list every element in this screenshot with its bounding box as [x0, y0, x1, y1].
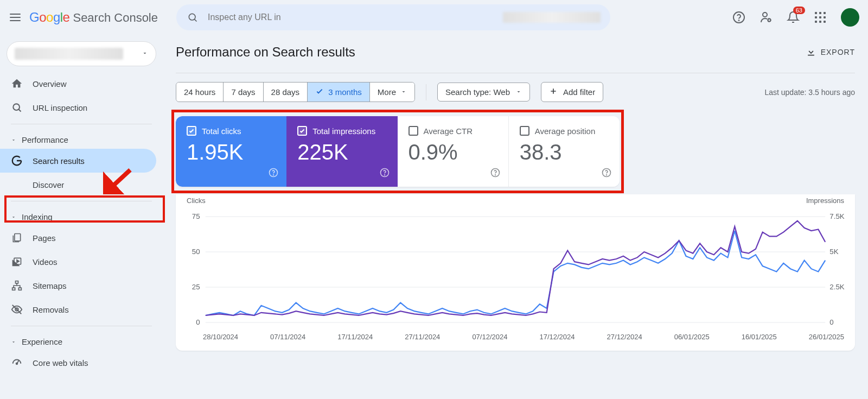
svg-text:75: 75 [192, 212, 200, 220]
nav-label: Search results [33, 156, 85, 166]
redacted-property-in-search [503, 12, 601, 23]
videos-icon [11, 256, 23, 267]
metric-label: Average CTR [424, 126, 473, 136]
svg-text:0: 0 [829, 318, 833, 326]
svg-point-12 [16, 363, 18, 364]
nav-label: Core web vitals [33, 358, 88, 368]
nav-section-label: Experience [22, 337, 62, 346]
nav-section-experience[interactable]: Experience [0, 331, 163, 351]
home-icon [11, 78, 23, 90]
svg-rect-6 [15, 234, 21, 241]
performance-chart[interactable]: Clicks Impressions 75 50 25 0 7.5K 5K [176, 194, 855, 351]
g-icon [11, 155, 23, 167]
nav-removals[interactable]: Removals [0, 297, 156, 321]
sitemap-icon [11, 280, 23, 291]
pages-icon [11, 232, 23, 243]
date-tick: 17/11/2024 [337, 333, 373, 341]
export-button[interactable]: EXPORT [806, 46, 855, 59]
nav-overview[interactable]: Overview [0, 72, 156, 96]
chevron-down-icon [11, 212, 16, 221]
last-update-text: Last update: 3.5 hours ago [764, 88, 855, 97]
metric-card-impressions[interactable]: Total impressions 225K [286, 116, 397, 187]
range-7d[interactable]: 7 days [224, 83, 263, 102]
checkbox-checked-icon [297, 126, 307, 136]
nav-label: Pages [33, 233, 56, 243]
add-filter-label: Add filter [563, 87, 595, 97]
user-settings-icon[interactable] [760, 11, 773, 24]
svg-point-3 [763, 12, 767, 17]
search-type-label: Search type: Web [445, 87, 510, 97]
add-filter-button[interactable]: Add filter [541, 82, 603, 102]
svg-rect-8 [16, 281, 18, 283]
help-icon[interactable] [379, 167, 390, 180]
nav-pages[interactable]: Pages [0, 226, 156, 250]
nav-sitemaps[interactable]: Sitemaps [0, 274, 156, 297]
nav-discover[interactable]: Discover [0, 173, 156, 197]
chevron-down-icon [142, 49, 148, 59]
date-tick: 26/01/2025 [809, 333, 844, 341]
chart-left-header: Clicks [187, 197, 206, 205]
nav-search-results[interactable]: Search results [0, 149, 156, 173]
url-inspect-searchbox[interactable] [176, 4, 610, 30]
range-24h[interactable]: 24 hours [176, 83, 224, 102]
notification-badge: 63 [793, 7, 805, 14]
metric-card-position[interactable]: Average position 38.3 [509, 116, 620, 187]
search-type-filter[interactable]: Search type: Web [437, 83, 530, 102]
svg-point-4 [768, 19, 771, 22]
help-icon[interactable] [268, 167, 279, 180]
svg-point-5 [13, 104, 20, 110]
nav-label: Sitemaps [33, 281, 67, 290]
url-inspect-input[interactable] [208, 12, 494, 22]
date-tick: 07/11/2024 [270, 333, 305, 341]
account-avatar[interactable] [841, 8, 859, 27]
metric-card-ctr[interactable]: Average CTR 0.9% [398, 116, 509, 187]
chevron-down-icon [11, 135, 16, 144]
toolbar-separator [426, 84, 426, 100]
hamburger-menu[interactable] [9, 11, 22, 24]
chart-svg: 75 50 25 0 7.5K 5K 2.5K 0 [183, 206, 847, 331]
range-28d[interactable]: 28 days [264, 83, 308, 102]
nav-label: URL inspection [33, 103, 87, 112]
help-icon[interactable] [732, 11, 745, 24]
svg-rect-9 [12, 288, 15, 290]
svg-text:25: 25 [192, 283, 200, 291]
checkbox-checked-icon [187, 126, 196, 136]
property-selector[interactable] [7, 41, 156, 66]
nav-section-label: Performance [22, 135, 68, 144]
metric-card-clicks[interactable]: Total clicks 1.95K [176, 116, 286, 187]
metric-label: Total impressions [312, 126, 375, 136]
nav-section-performance[interactable]: Performance [0, 129, 163, 149]
export-label: EXPORT [821, 48, 855, 56]
checkbox-unchecked-icon [520, 126, 529, 136]
svg-text:0: 0 [196, 318, 200, 326]
svg-text:5K: 5K [829, 248, 838, 256]
chart-right-header: Impressions [806, 197, 844, 205]
help-icon[interactable] [601, 167, 612, 180]
range-3m[interactable]: 3 months [308, 83, 370, 102]
help-icon[interactable] [490, 167, 501, 180]
nav-section-indexing[interactable]: Indexing [0, 206, 163, 226]
range-more[interactable]: More [370, 83, 414, 102]
nav-url-inspection[interactable]: URL inspection [0, 96, 156, 119]
nav-videos[interactable]: Videos [0, 250, 156, 274]
apps-grid-icon[interactable] [814, 11, 827, 24]
nav-label: Removals [33, 305, 69, 314]
svg-text:7.5K: 7.5K [829, 212, 845, 220]
date-tick: 27/12/2024 [607, 333, 642, 341]
visibility-off-icon [11, 303, 23, 315]
metric-value: 225K [297, 140, 386, 164]
download-icon [806, 46, 816, 59]
metric-value: 38.3 [520, 140, 609, 164]
nav-label: Overview [33, 79, 67, 88]
nav-core-web-vitals[interactable]: Core web vitals [0, 351, 156, 375]
range-3m-label: 3 months [328, 87, 362, 97]
notifications-icon[interactable]: 63 [787, 11, 800, 24]
google-wordmark: Google [29, 10, 69, 25]
date-tick: 27/11/2024 [405, 333, 440, 341]
redacted-property-name [15, 48, 123, 60]
chevron-down-icon [515, 87, 522, 97]
nav-label: Discover [33, 180, 64, 189]
svg-point-20 [607, 175, 607, 175]
page-title: Performance on Search results [176, 45, 355, 60]
metric-value: 0.9% [409, 140, 497, 164]
